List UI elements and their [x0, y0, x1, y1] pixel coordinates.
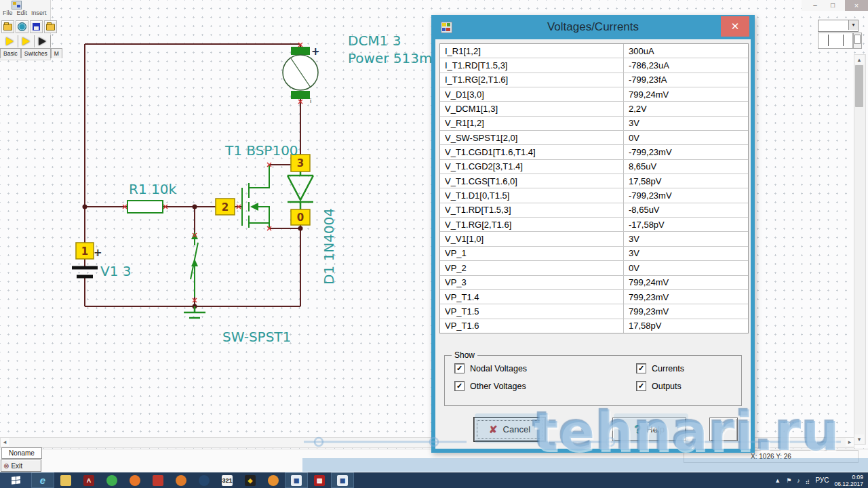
label-v1[interactable]: V1 3 [100, 263, 132, 279]
taskbar-paw-app[interactable] [262, 472, 285, 488]
tab-partial[interactable]: M [51, 48, 62, 58]
menu-file[interactable]: File [3, 8, 13, 18]
taskbar-green-app[interactable] [100, 472, 123, 488]
checkbox-nodal-voltages[interactable]: ✓Nodal Voltages [454, 363, 527, 374]
scroll-right-icon[interactable]: ▸ [846, 438, 854, 446]
mini-slider[interactable] [853, 33, 862, 49]
start-button[interactable] [0, 472, 31, 488]
scroll-up-icon[interactable]: ▴ [854, 55, 864, 64]
label-r1[interactable]: R1 10k [129, 181, 176, 197]
switch-sw-spst1[interactable] [191, 232, 198, 297]
table-row[interactable]: V_D1[3,0]799,24mV [440, 87, 748, 102]
taskbar-fox-app-glyph [176, 475, 186, 486]
node-box-2[interactable]: 2 [216, 199, 235, 215]
taskbar-explorer[interactable] [54, 472, 77, 488]
taskbar-flame-app[interactable] [123, 472, 146, 488]
table-row[interactable]: V_T1.CGS[T1.6,0]17,58pV [440, 174, 748, 188]
web-globe-icon[interactable] [16, 20, 28, 33]
dialog-close-icon[interactable]: ✕ [721, 16, 749, 37]
scroll-down-icon[interactable]: ▾ [854, 434, 864, 444]
label-t1[interactable]: T1 BSP100 [224, 142, 298, 159]
table-row[interactable]: I_T1.RG[2,T1.6]-799,23fA [440, 73, 748, 87]
vertical-scroll-thumb[interactable] [855, 65, 863, 107]
table-row[interactable]: V_R1[1,2]3V [440, 117, 748, 131]
vertical-scrollbar[interactable]: ▴ ▾ [854, 54, 866, 445]
diode-d1[interactable] [288, 171, 313, 209]
taskbar-circuit-app[interactable]: ▦ [285, 472, 308, 488]
table-row[interactable]: I_R1[1,2]300uA [440, 44, 748, 58]
resistor-r1[interactable] [127, 201, 163, 213]
table-row[interactable]: I_T1.RD[T1.5,3]-786,23uA [440, 58, 748, 73]
restore-button[interactable]: □ [827, 0, 838, 11]
taskbar-fox-app[interactable] [170, 472, 193, 488]
checkbox-other-voltages[interactable]: ✓Other Voltages [454, 380, 527, 392]
label-sw-spst1[interactable]: SW-SPST1 [222, 329, 291, 345]
node-box-1[interactable]: 1 [76, 243, 94, 259]
row-value: 17,58pV [624, 174, 748, 188]
zoom-combobox[interactable]: ▾ [818, 20, 859, 32]
hand-button[interactable]: ☞ [709, 418, 738, 441]
table-row[interactable]: VP_3799,24mV [440, 276, 748, 290]
label-dcm1-power[interactable]: Power 513m [348, 50, 432, 66]
dialog-titlebar[interactable]: Voltages/Currents ✕ [431, 15, 755, 39]
table-row[interactable]: VP_T1.5799,23mV [440, 304, 748, 319]
dcm-motor[interactable]: + i [283, 45, 320, 104]
exit-button[interactable]: ⊗ Exit [1, 460, 41, 472]
taskbar-321-app[interactable]: 321 [216, 472, 239, 488]
table-row[interactable]: V_T1.CGD1[T1.6,T1.4]-799,23mV [440, 145, 748, 159]
sheet-tab-noname[interactable]: Noname [1, 447, 42, 459]
tab-switches[interactable]: Switches [21, 48, 51, 58]
label-d1[interactable]: D1 1N4004 [321, 208, 337, 285]
checkbox-box[interactable]: ✓ [454, 381, 465, 391]
table-row[interactable]: V_T1.CGD2[3,T1.4]8,65uV [440, 160, 748, 174]
taskbar-ie[interactable]: e [31, 472, 54, 488]
save-floppy-icon[interactable] [30, 20, 43, 33]
taskbar-pdf-app[interactable]: ▤ [308, 472, 331, 488]
taskbar-acrobat[interactable]: A [77, 472, 100, 488]
taskbar-clock[interactable]: 0:09 06.12.2017 [834, 474, 865, 487]
cancel-button[interactable]: ✘ Cancel [474, 418, 545, 441]
chevron-down-icon[interactable]: ▾ [848, 20, 858, 30]
window-close-button[interactable]: × [845, 0, 868, 11]
table-row[interactable]: V_V1[1,0]3V [440, 232, 748, 246]
component-diode-icon[interactable] [35, 35, 51, 47]
tray-volume-icon[interactable]: ♪ [797, 477, 800, 484]
taskbar-dark-app[interactable] [193, 472, 216, 488]
menu-insert[interactable]: Insert [31, 8, 47, 18]
table-row[interactable]: V_SW-SPST1[2,0]0V [440, 131, 748, 145]
table-row[interactable]: VP_T1.4799,23mV [440, 290, 748, 304]
open-folder-icon[interactable] [1, 20, 14, 33]
mosfet-t1[interactable] [242, 165, 269, 228]
table-row[interactable]: VP_20V [440, 261, 748, 275]
ground-symbol[interactable] [184, 306, 205, 318]
table-row[interactable]: VP_T1.617,58pV [440, 319, 748, 333]
checkbox-outputs[interactable]: ✓Outputs [636, 380, 684, 392]
taskbar-red-app[interactable] [146, 472, 170, 488]
menu-edit[interactable]: Edit [17, 8, 28, 18]
component-meter-icon[interactable] [2, 35, 18, 47]
table-row[interactable]: V_T1.RD[T1.5,3]-8,65uV [440, 203, 748, 218]
tray-expand-icon[interactable]: ▲ [774, 477, 781, 484]
taskbar-circuit-app-2[interactable]: ▦ [331, 472, 354, 488]
table-row[interactable]: V_T1.D1[0,T1.5]-799,23mV [440, 188, 748, 203]
taskbar-ie-glyph: e [37, 475, 48, 486]
table-row[interactable]: VP_13V [440, 247, 748, 261]
tab-basic[interactable]: Basic [0, 48, 21, 58]
table-row[interactable]: V_T1.RG[2,T1.6]-17,58pV [440, 218, 748, 232]
help-button[interactable]: ? Help [612, 418, 686, 441]
tray-flag-icon[interactable]: ⚑ [786, 477, 791, 484]
component-source-icon[interactable] [18, 35, 35, 47]
minimize-button[interactable]: – [810, 0, 821, 11]
language-indicator[interactable]: РУС [815, 476, 829, 484]
checkbox-box[interactable]: ✓ [636, 381, 646, 391]
checkbox-currents[interactable]: ✓Currents [636, 363, 684, 374]
scroll-left-icon[interactable]: ◂ [1, 438, 9, 446]
export-folder-icon[interactable] [44, 20, 57, 33]
label-dcm1[interactable]: DCM1 3 [348, 33, 401, 49]
table-row[interactable]: V_DCM1[1,3]2,2V [440, 102, 748, 116]
node-box-0[interactable]: 0 [291, 209, 310, 225]
checkbox-box[interactable]: ✓ [636, 363, 646, 373]
checkbox-box[interactable]: ✓ [454, 363, 465, 373]
tray-network-icon[interactable]: ⣴ [806, 477, 810, 484]
taskbar-diamond-app[interactable]: ◆ [239, 472, 262, 488]
